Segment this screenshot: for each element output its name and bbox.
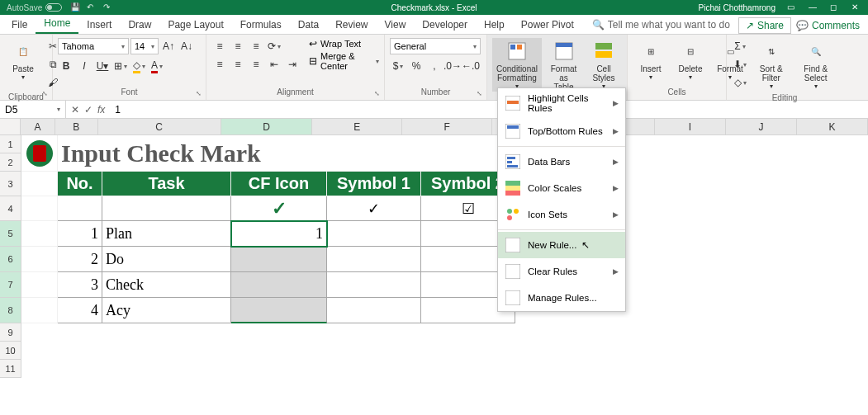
tell-me[interactable]: 🔍Tell me what you want to do <box>592 16 730 34</box>
tab-power-pivot[interactable]: Power Pivot <box>513 16 582 34</box>
tab-view[interactable]: View <box>377 16 415 34</box>
hdr-task[interactable]: Task <box>102 172 231 196</box>
share-button[interactable]: ↗Share <box>738 17 791 34</box>
underline-button[interactable]: U▾ <box>94 58 111 74</box>
menu-manage-rules[interactable]: Manage Rules... <box>498 285 625 311</box>
row-header-5[interactable]: 5 <box>0 221 21 247</box>
cell-no[interactable]: 2 <box>58 247 102 272</box>
cell[interactable] <box>21 221 58 247</box>
select-all-corner[interactable] <box>0 119 21 135</box>
fill-color-button[interactable]: ◇ <box>130 58 147 74</box>
menu-icon-sets[interactable]: Icon Sets▶ <box>498 201 625 228</box>
tab-home[interactable]: Home <box>36 14 78 34</box>
active-cell[interactable]: 1 <box>231 221 327 247</box>
cell[interactable] <box>21 172 58 196</box>
increase-indent-button[interactable]: ⇥ <box>284 56 301 73</box>
cell[interactable] <box>21 298 58 323</box>
minimize-icon[interactable]: — <box>809 2 818 12</box>
tab-file[interactable]: File <box>3 16 36 34</box>
italic-button[interactable]: I <box>76 58 92 74</box>
comments-button[interactable]: 💬Comments <box>796 20 860 31</box>
bold-button[interactable]: B <box>58 58 74 74</box>
formula-input[interactable]: 1 <box>110 104 868 116</box>
name-box[interactable]: D5▾ <box>0 101 66 118</box>
menu-new-rule[interactable]: New Rule...↖ <box>498 232 625 258</box>
cell[interactable] <box>231 298 327 323</box>
grow-font-button[interactable]: A↑ <box>160 38 177 54</box>
tab-developer[interactable]: Developer <box>414 16 476 34</box>
close-icon[interactable]: ✕ <box>851 2 861 12</box>
row-header-11[interactable]: 11 <box>0 360 21 378</box>
row-header-6[interactable]: 6 <box>0 247 21 272</box>
row-header-1[interactable]: 1 <box>0 135 21 153</box>
cell[interactable] <box>231 247 327 272</box>
cell-task[interactable]: Do <box>102 247 231 272</box>
align-middle-button[interactable]: ≡ <box>230 38 246 54</box>
align-center-button[interactable]: ≡ <box>230 56 246 73</box>
undo-icon[interactable]: ↶ <box>87 2 97 12</box>
maximize-icon[interactable]: ◻ <box>830 2 840 12</box>
number-launcher[interactable]: ⤡ <box>477 90 485 98</box>
tab-help[interactable]: Help <box>476 16 513 34</box>
cancel-formula-button[interactable]: ✕ <box>71 104 79 116</box>
tab-review[interactable]: Review <box>327 16 376 34</box>
tab-formulas[interactable]: Formulas <box>232 16 290 34</box>
comma-format-button[interactable]: , <box>426 58 443 74</box>
worksheet[interactable]: A B C D E F G H I J K 1 2 Input Check Ma… <box>0 119 868 378</box>
row-header-2[interactable]: 2 <box>0 153 21 172</box>
cell[interactable] <box>21 196 58 221</box>
checkmark-green-icon[interactable]: ✓ <box>231 196 327 221</box>
cell[interactable] <box>21 247 58 272</box>
align-top-button[interactable]: ≡ <box>211 38 228 54</box>
cell-styles-button[interactable]: Cell Styles▾ <box>586 38 622 92</box>
cell-no[interactable]: 3 <box>58 272 102 298</box>
col-header-j[interactable]: J <box>726 119 797 134</box>
hdr-no[interactable]: No. <box>58 172 102 196</box>
col-header-a[interactable]: A <box>21 119 55 134</box>
cell-task[interactable]: Check <box>102 272 231 298</box>
enter-formula-button[interactable]: ✓ <box>84 104 92 116</box>
col-header-e[interactable]: E <box>312 119 402 134</box>
decrease-decimal-button[interactable]: ←.0 <box>462 58 479 74</box>
paste-button[interactable]: 📋Paste▾ <box>5 38 41 83</box>
save-icon[interactable]: 💾 <box>70 2 80 12</box>
decrease-indent-button[interactable]: ⇤ <box>266 56 282 73</box>
clipboard-launcher[interactable]: ⤡ <box>42 90 50 98</box>
autosum-button[interactable]: Σ <box>732 38 748 54</box>
tab-insert[interactable]: Insert <box>78 16 120 34</box>
row-header-10[interactable]: 10 <box>0 342 21 360</box>
redo-icon[interactable]: ↷ <box>103 2 113 12</box>
col-header-f[interactable]: F <box>402 119 492 134</box>
tab-page-layout[interactable]: Page Layout <box>159 16 231 34</box>
cell[interactable] <box>327 272 421 298</box>
menu-top-bottom[interactable]: Top/Bottom Rules▶ <box>498 118 625 144</box>
fill-button[interactable]: ⬇ <box>732 56 748 73</box>
cell[interactable] <box>21 272 58 298</box>
col-header-c[interactable]: C <box>98 119 221 134</box>
cell-no[interactable]: 1 <box>58 221 102 247</box>
row-header-8[interactable]: 8 <box>0 298 21 323</box>
shrink-font-button[interactable]: A↓ <box>178 38 195 54</box>
menu-data-bars[interactable]: Data Bars▶ <box>498 149 625 175</box>
number-format-select[interactable]: General <box>390 38 481 54</box>
align-left-button[interactable]: ≡ <box>211 56 228 73</box>
col-header-b[interactable]: B <box>55 119 98 134</box>
quick-access-toolbar[interactable]: 💾 ↶ ↷ <box>70 2 113 12</box>
cell-no[interactable]: 4 <box>58 298 102 323</box>
fx-button[interactable]: fx <box>97 104 105 116</box>
checkmark-icon[interactable]: ✓ <box>327 196 421 221</box>
user-name[interactable]: Pichai Chotthamrong <box>699 3 776 12</box>
menu-highlight-cells[interactable]: Highlight Cells Rules▶ <box>498 88 625 118</box>
font-launcher[interactable]: ⤡ <box>196 90 204 98</box>
ribbon-display-icon[interactable]: ▭ <box>787 2 797 12</box>
font-size-select[interactable]: 14 <box>130 38 159 54</box>
accounting-format-button[interactable]: $ <box>390 58 406 74</box>
row-header-3[interactable]: 3 <box>0 172 21 196</box>
font-name-select[interactable]: Tahoma <box>58 38 129 54</box>
cell-task[interactable]: Acy <box>102 298 231 323</box>
increase-decimal-button[interactable]: .0→ <box>444 58 461 74</box>
col-header-i[interactable]: I <box>655 119 726 134</box>
tab-draw[interactable]: Draw <box>120 16 159 34</box>
percent-format-button[interactable]: % <box>408 58 425 74</box>
cell[interactable] <box>231 272 327 298</box>
